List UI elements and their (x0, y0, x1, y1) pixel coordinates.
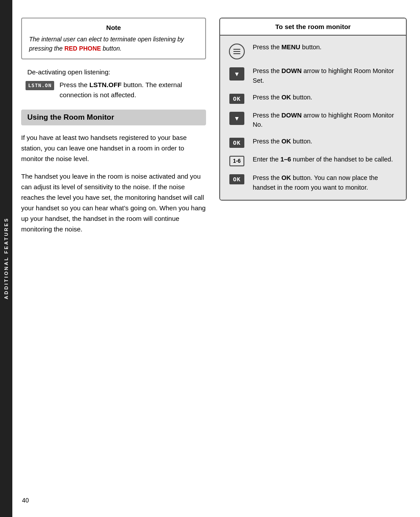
ok-icon-cell-2: OK (227, 137, 247, 148)
panel-header: To set the room monitor (220, 18, 406, 36)
ok-icon-cell-3: OK (227, 173, 247, 184)
num-badge-icon: 1-6 (229, 156, 244, 166)
deactivate-button-name: LSTN.OFF (89, 81, 122, 88)
paragraph-1: If you have at least two handsets regist… (21, 132, 206, 164)
sidebar-label: Additional Features (4, 217, 9, 299)
instruction-panel: To set the room monitor Press the MENU b… (219, 18, 407, 201)
deactivate-prefix: Press the (59, 81, 87, 88)
note-body-suffix: button. (103, 45, 122, 52)
note-title: Note (29, 24, 198, 31)
step-1-text: Press the MENU button. (253, 43, 321, 52)
paragraph-2: The handset you leave in the room is noi… (21, 171, 206, 235)
step-3-text: Press the OK button. (253, 93, 312, 103)
step-5-text: Press the OK button. (253, 137, 312, 147)
instruction-row-3: OK Press the OK button. (227, 93, 399, 104)
down-arrow-icon-1 (229, 67, 244, 81)
down-arrow-icon-cell-2 (227, 111, 247, 125)
lstn-badge: LSTN.ON (26, 81, 54, 90)
page-number: 40 (22, 497, 29, 504)
left-column: Note The internal user can elect to term… (21, 18, 206, 499)
deactivate-section: De-activating open listening: LSTN.ON Pr… (21, 68, 206, 100)
section-header: Using the Room Monitor (21, 110, 206, 125)
menu-icon-cell (227, 43, 247, 59)
menu-line-3 (233, 53, 240, 54)
num-badge-cell: 1-6 (227, 155, 247, 166)
ok-icon-3: OK (229, 174, 244, 184)
step-2-text: Press the DOWN arrow to highlight Room M… (253, 66, 399, 86)
right-column: To set the room monitor Press the MENU b… (219, 18, 407, 499)
down-arrow-icon-cell-1 (227, 66, 247, 81)
instruction-row-6: 1-6 Enter the 1–6 number of the handset … (227, 155, 399, 166)
note-red-phone: RED PHONE (64, 45, 101, 52)
deactivate-label: De-activating open listening: (26, 68, 206, 76)
instruction-row-5: OK Press the OK button. (227, 137, 399, 148)
note-box: Note The internal user can elect to term… (21, 18, 206, 59)
ok-icon-1: OK (229, 94, 244, 104)
page: Additional Features Note The internal us… (0, 0, 420, 517)
note-body: The internal user can elect to terminate… (29, 35, 198, 53)
deactivate-text: Press the LSTN.OFF button. The external … (59, 80, 206, 100)
panel-body: Press the MENU button. Press the DOWN ar… (220, 36, 406, 200)
ok-icon-2: OK (229, 138, 244, 148)
main-content: Note The internal user can elect to term… (12, 0, 420, 517)
step-7-text: Press the OK button. You can now place t… (253, 173, 399, 193)
instruction-row-1: Press the MENU button. (227, 43, 399, 59)
menu-line-1 (233, 49, 240, 50)
instruction-row-2: Press the DOWN arrow to highlight Room M… (227, 66, 399, 86)
ok-icon-cell-1: OK (227, 93, 247, 104)
instruction-row-4: Press the DOWN arrow to highlight Room M… (227, 111, 399, 130)
step-6-text: Enter the 1–6 number of the handset to b… (253, 155, 393, 165)
step-4-text: Press the DOWN arrow to highlight Room M… (253, 111, 399, 130)
menu-line-2 (233, 51, 240, 52)
down-arrow-icon-2 (229, 112, 244, 125)
sidebar: Additional Features (0, 0, 12, 517)
menu-icon (229, 44, 245, 59)
deactivate-row: LSTN.ON Press the LSTN.OFF button. The e… (26, 80, 206, 100)
instruction-row-7: OK Press the OK button. You can now plac… (227, 173, 399, 193)
